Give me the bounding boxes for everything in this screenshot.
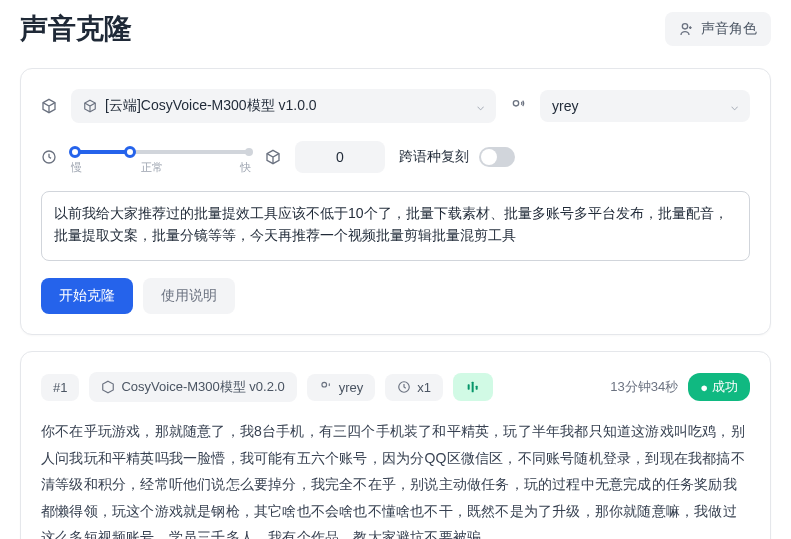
svg-point-0 [682,24,687,29]
result-duration: 13分钟34秒 [610,378,678,396]
chevron-down-icon: ⌵ [731,99,738,113]
user-voice-icon [679,21,695,37]
help-button[interactable]: 使用说明 [143,278,235,314]
config-card: [云端]CosyVoice-M300模型 v1.0.0 ⌵ yrey ⌵ 慢 正 [20,68,771,335]
result-text: 你不在乎玩游戏，那就随意了，我8台手机，有三四个手机装了和平精英，玩了半年我都只… [41,418,750,539]
result-card: #1 CosyVoice-M300模型 v0.2.0 yrey x1 13分钟3… [20,351,771,539]
speed-slider[interactable]: 慢 正常 快 [71,142,251,172]
status-badge: ●成功 [688,373,750,401]
page-title: 声音克隆 [20,10,132,48]
cube-icon [83,99,97,113]
voice-role-button[interactable]: 声音角色 [665,12,771,46]
svg-rect-5 [468,384,470,389]
result-status-icon [453,373,493,401]
offset-input[interactable] [295,141,385,173]
voice-role-label: 声音角色 [701,20,757,38]
svg-point-1 [513,101,518,106]
chevron-down-icon: ⌵ [477,99,484,113]
speed-normal-label: 正常 [141,160,163,175]
text-input[interactable] [41,191,750,261]
voice-name: yrey [552,98,723,114]
speed-slow-label: 慢 [71,160,82,175]
model-dropdown[interactable]: [云端]CosyVoice-M300模型 v1.0.0 ⌵ [71,89,496,123]
svg-rect-7 [476,386,478,390]
result-voice-pill: yrey [307,374,376,401]
start-clone-button[interactable]: 开始克隆 [41,278,133,314]
svg-point-3 [322,382,327,387]
speed-fast-label: 快 [240,160,251,175]
result-model-pill: CosyVoice-M300模型 v0.2.0 [89,372,296,402]
voice-dropdown[interactable]: yrey ⌵ [540,90,750,122]
speed-icon [41,149,57,165]
result-index: #1 [41,374,79,401]
voice-icon [510,98,526,114]
model-name: [云端]CosyVoice-M300模型 v1.0.0 [105,97,469,115]
cube-icon [265,149,281,165]
cube-icon [41,98,57,114]
cross-lang-toggle[interactable] [479,147,515,167]
result-speed-pill: x1 [385,374,443,401]
cross-lang-label: 跨语种复刻 [399,148,469,166]
svg-rect-6 [472,382,474,393]
